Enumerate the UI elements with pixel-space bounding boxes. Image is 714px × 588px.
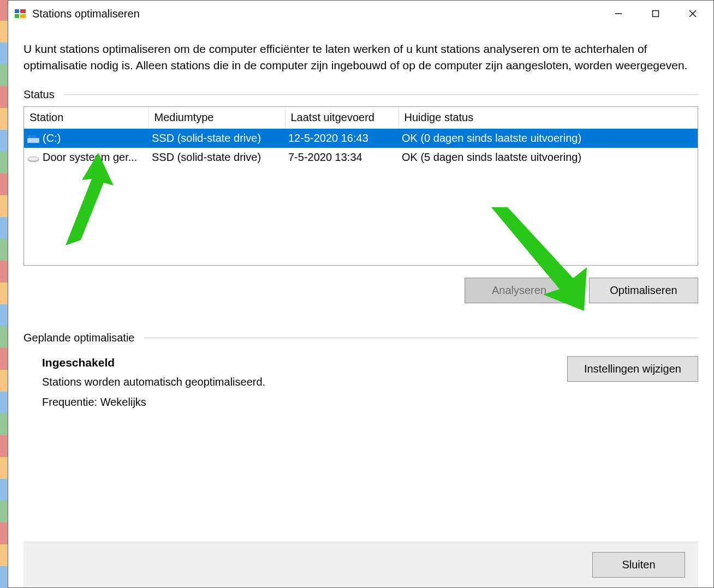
svg-rect-1: [20, 9, 26, 13]
svg-rect-10: [32, 135, 36, 137]
window-title: Stations optimaliseren: [32, 8, 600, 20]
windows-drive-icon: [27, 134, 39, 142]
column-header-station[interactable]: Station: [24, 107, 148, 129]
scheduled-frequency: Frequentie: Wekelijks: [42, 396, 567, 409]
drive-status: OK (5 dagen sinds laatste uitvoering): [398, 148, 698, 167]
scheduled-enabled: Ingeschakeld: [42, 356, 567, 369]
app-icon: [14, 7, 27, 20]
drives-table: Station Mediumtype Laatst uitgevoerd Hui…: [23, 106, 698, 266]
drive-name: (C:): [43, 132, 61, 145]
svg-point-12: [28, 157, 39, 161]
analyse-button[interactable]: Analyseren: [465, 278, 574, 303]
scheduled-group-label: Geplande optimalisatie: [23, 332, 698, 344]
drive-status: OK (0 dagen sinds laatste uitvoering): [398, 128, 698, 148]
scheduled-label-text: Geplande optimalisatie: [23, 332, 134, 344]
svg-rect-0: [15, 9, 19, 13]
svg-rect-3: [20, 14, 26, 18]
drive-last-run: 12-5-2020 16:43: [285, 128, 398, 148]
table-row[interactable]: Door systeem ger... SSD (solid-state dri…: [24, 148, 698, 167]
close-dialog-button[interactable]: Sluiten: [592, 552, 685, 578]
scheduled-auto-line: Stations worden automatisch geoptimalise…: [42, 376, 567, 388]
divider: [144, 338, 698, 338]
optimise-button[interactable]: Optimaliseren: [589, 278, 698, 303]
svg-rect-5: [653, 11, 659, 17]
titlebar: Stations optimaliseren: [8, 1, 713, 27]
content-area: U kunt stations optimaliseren om de comp…: [8, 27, 713, 587]
change-settings-button[interactable]: Instellingen wijzigen: [567, 356, 698, 382]
footer: Sluiten: [23, 542, 698, 587]
drive-last-run: 7-5-2020 13:34: [285, 148, 398, 167]
column-header-medium[interactable]: Mediumtype: [148, 107, 285, 129]
status-label-text: Status: [23, 88, 55, 101]
window-controls: [600, 1, 711, 27]
optimize-drives-window: Stations optimaliseren U kunt stations o…: [8, 0, 714, 588]
scheduled-body: Ingeschakeld Stations worden automatisch…: [23, 350, 698, 416]
background-edge: [0, 0, 8, 588]
svg-rect-8: [27, 138, 39, 143]
svg-rect-2: [15, 14, 19, 18]
table-row[interactable]: (C:) SSD (solid-state drive) 12-5-2020 1…: [24, 128, 698, 148]
svg-rect-9: [28, 135, 32, 137]
minimize-button[interactable]: [600, 1, 637, 27]
divider: [64, 94, 698, 95]
drive-name: Door systeem ger...: [43, 151, 137, 164]
description-text: U kunt stations optimaliseren om de comp…: [23, 41, 698, 74]
close-button[interactable]: [674, 1, 711, 27]
column-header-last[interactable]: Laatst uitgevoerd: [285, 107, 398, 129]
actions-row: Analyseren Optimaliseren: [23, 278, 698, 303]
drive-medium: SSD (solid-state drive): [148, 128, 285, 148]
drive-medium: SSD (solid-state drive): [148, 148, 285, 167]
column-header-status[interactable]: Huidige status: [398, 107, 698, 129]
hdd-icon: [27, 153, 39, 161]
maximize-button[interactable]: [637, 1, 674, 27]
status-group-label: Status: [23, 88, 698, 101]
